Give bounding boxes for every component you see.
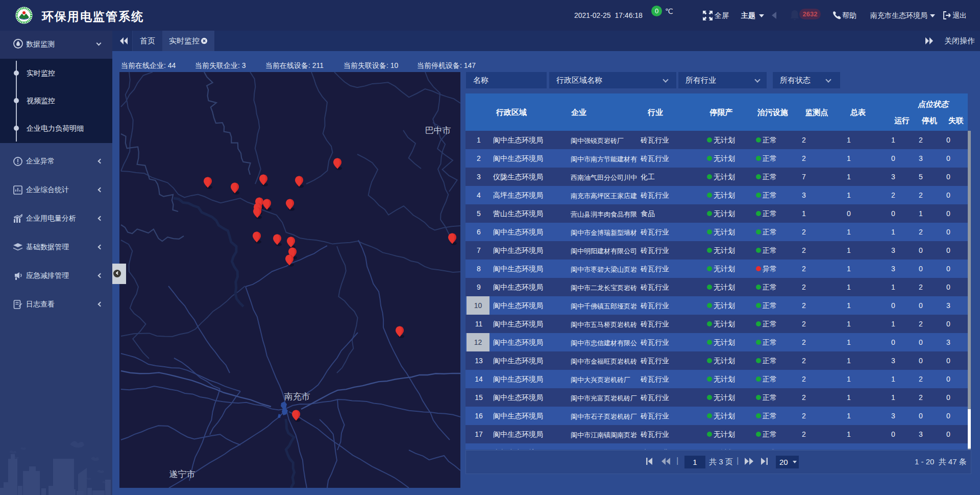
svg-text:巴中市: 巴中市 <box>425 126 451 135</box>
svg-text:遂宁市: 遂宁市 <box>169 469 195 479</box>
svg-text:南充市: 南充市 <box>284 392 310 402</box>
